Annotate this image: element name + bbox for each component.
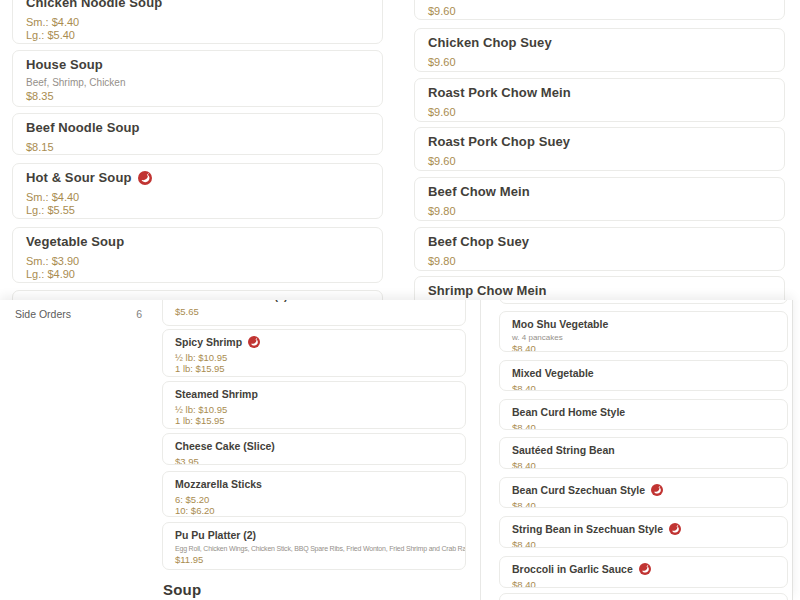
item-title: Roast Pork Chop Suey bbox=[428, 135, 570, 149]
section-heading-soup: Soup bbox=[163, 581, 201, 598]
item-title: Vegetable Soup bbox=[26, 235, 124, 249]
item-title: Beef Noodle Soup bbox=[26, 121, 140, 135]
item-title: Sautéed String Bean bbox=[512, 444, 615, 456]
spicy-icon bbox=[248, 336, 260, 348]
item-title: Beef Chop Suey bbox=[428, 235, 529, 249]
menu-item-card[interactable]: Beef Noodle Soup $8.15 bbox=[12, 113, 383, 155]
item-price: 6: $5.20 bbox=[175, 495, 453, 506]
item-title: Broccoli in Garlic Sauce bbox=[512, 563, 633, 575]
menu-item-card[interactable]: Pu Pu Platter (2) Egg Roll, Chicken Wing… bbox=[162, 522, 466, 570]
item-description: Beef, Shrimp, Chicken bbox=[26, 77, 369, 89]
item-price: $9.60 bbox=[428, 155, 771, 168]
menu-item-card[interactable]: Mozzarella Sticks 6: $5.20 10: $6.20 bbox=[162, 471, 466, 517]
item-price: ½ lb: $10.95 bbox=[175, 353, 453, 364]
menu-item-card[interactable]: Steamed Shrimp ½ lb: $10.95 1 lb: $15.95 bbox=[162, 381, 466, 429]
item-price: Lg.: $5.55 bbox=[26, 204, 369, 217]
item-title: House Soup bbox=[26, 58, 103, 72]
item-price: $9.80 bbox=[428, 255, 771, 268]
item-title: Chicken Noodle Soup bbox=[26, 0, 162, 10]
item-price: $8.40 bbox=[512, 501, 775, 508]
item-title: Shrimp Chow Mein bbox=[428, 284, 547, 298]
item-title: Beef Chow Mein bbox=[428, 185, 530, 199]
sidebar-item-side-orders[interactable]: Side Orders 6 bbox=[0, 305, 157, 323]
category-label: Side Orders bbox=[15, 308, 71, 320]
item-price: $8.35 bbox=[26, 90, 369, 103]
menu-item-card[interactable]: Hot & Sour Soup Sm.: $4.40 Lg.: $5.55 bbox=[12, 163, 383, 219]
item-price: $8.40 bbox=[512, 423, 775, 430]
item-price: Sm.: $4.40 bbox=[26, 191, 369, 204]
menu-item-card[interactable] bbox=[499, 593, 788, 600]
item-title: String Bean in Szechuan Style bbox=[512, 523, 663, 535]
menu-item-card[interactable]: Beef Chop Suey $9.80 bbox=[414, 227, 785, 271]
item-title: Steamed Shrimp bbox=[175, 388, 258, 400]
menu-item-card[interactable]: Beef Chow Mein $9.80 bbox=[414, 177, 785, 221]
menu-item-card[interactable]: House Soup Beef, Shrimp, Chicken $8.35 bbox=[12, 50, 383, 107]
spicy-icon bbox=[138, 171, 152, 185]
menu-item-card[interactable]: Broccoli, Snow Peas and Mushroom bbox=[499, 300, 788, 304]
item-title: Bean Curd Home Style bbox=[512, 406, 625, 418]
item-price: $5.65 bbox=[175, 307, 453, 318]
menu-item-card[interactable]: Bean Curd Szechuan Style $8.40 bbox=[499, 477, 788, 508]
item-price: $8.15 bbox=[26, 141, 369, 154]
menu-item-card[interactable]: Chicken Tenderloin (4) $5.65 bbox=[162, 300, 466, 326]
item-price: 10: $6.20 bbox=[175, 506, 453, 517]
item-price: 1 lb: $15.95 bbox=[175, 364, 453, 375]
item-title: Bean Curd Szechuan Style bbox=[512, 484, 645, 496]
item-description: Egg Roll, Chicken Wings, Chicken Stick, … bbox=[175, 544, 453, 553]
menu-item-card[interactable]: $9.60 bbox=[414, 0, 785, 20]
menu-browser-panel: Side Orders 6 Chicken Tenderloin (4) $5.… bbox=[0, 300, 793, 600]
item-price: $9.80 bbox=[428, 205, 771, 218]
item-description: Broccoli, Snow Peas and Mushroom bbox=[513, 300, 642, 301]
item-price: $11.95 bbox=[175, 555, 453, 566]
item-title: Moo Shu Vegetable bbox=[512, 318, 608, 330]
item-price: Sm.: $3.90 bbox=[26, 255, 369, 268]
item-price: Lg.: $5.40 bbox=[26, 29, 369, 42]
item-title: Mixed Vegetable bbox=[512, 367, 594, 379]
spicy-icon bbox=[669, 523, 681, 535]
item-price: $3.95 bbox=[175, 457, 453, 465]
item-title: Spicy Shrimp bbox=[175, 336, 242, 348]
item-price: 1 lb: $15.95 bbox=[175, 416, 453, 427]
item-title: Roast Pork Chow Mein bbox=[428, 86, 571, 100]
item-price: ½ lb: $10.95 bbox=[175, 405, 453, 416]
menu-item-card[interactable]: Bean Curd Home Style $8.40 bbox=[499, 399, 788, 430]
menu-item-card[interactable]: String Bean in Szechuan Style $8.40 bbox=[499, 516, 788, 548]
spicy-icon bbox=[639, 563, 651, 575]
menu-item-card[interactable]: Broccoli in Garlic Sauce $8.40 bbox=[499, 556, 788, 588]
column-divider bbox=[480, 300, 481, 600]
item-price: Lg.: $4.90 bbox=[26, 268, 369, 281]
item-price: $8.40 bbox=[512, 344, 775, 352]
category-count: 6 bbox=[136, 308, 142, 320]
menu-item-card[interactable]: Mixed Vegetable $8.40 bbox=[499, 360, 788, 391]
spicy-icon bbox=[651, 484, 663, 496]
menu-item-card[interactable]: Sautéed String Bean $8.40 bbox=[499, 437, 788, 469]
item-title: Mozzarella Sticks bbox=[175, 478, 262, 490]
menu-item-card[interactable]: Cheese Cake (Slice) $3.95 bbox=[162, 433, 466, 465]
item-price: $9.60 bbox=[428, 56, 771, 69]
item-price: Sm.: $4.40 bbox=[26, 16, 369, 29]
menu-item-card[interactable]: Vegetable Soup Sm.: $3.90 Lg.: $4.90 bbox=[12, 227, 383, 283]
item-title: Cheese Cake (Slice) bbox=[175, 440, 275, 452]
item-price: $9.60 bbox=[428, 5, 771, 18]
item-title: Pu Pu Platter (2) bbox=[175, 529, 256, 541]
item-title: Chicken Tenderloin (4) bbox=[175, 300, 287, 302]
item-title: Chicken Chop Suey bbox=[428, 36, 552, 50]
menu-item-card[interactable]: Chicken Noodle Soup Sm.: $4.40 Lg.: $5.4… bbox=[12, 0, 383, 44]
menu-item-card[interactable]: Chicken Chop Suey $9.60 bbox=[414, 28, 785, 72]
item-price: $8.40 bbox=[512, 540, 775, 548]
item-price: $8.40 bbox=[512, 461, 775, 469]
item-title: Hot & Sour Soup bbox=[26, 171, 132, 185]
item-price: $8.40 bbox=[512, 384, 775, 391]
menu-item-card[interactable]: Roast Pork Chow Mein $9.60 bbox=[414, 78, 785, 122]
item-price: $9.60 bbox=[428, 106, 771, 119]
item-price: $8.40 bbox=[512, 580, 775, 588]
item-description: w. 4 pancakes bbox=[512, 333, 775, 342]
menu-page: Chicken Noodle Soup Sm.: $4.40 Lg.: $5.4… bbox=[0, 0, 800, 600]
menu-item-card[interactable]: Roast Pork Chop Suey $9.60 bbox=[414, 127, 785, 171]
menu-item-card[interactable]: Moo Shu Vegetable w. 4 pancakes $8.40 bbox=[499, 311, 788, 352]
menu-item-card[interactable]: Spicy Shrimp ½ lb: $10.95 1 lb: $15.95 bbox=[162, 329, 466, 377]
